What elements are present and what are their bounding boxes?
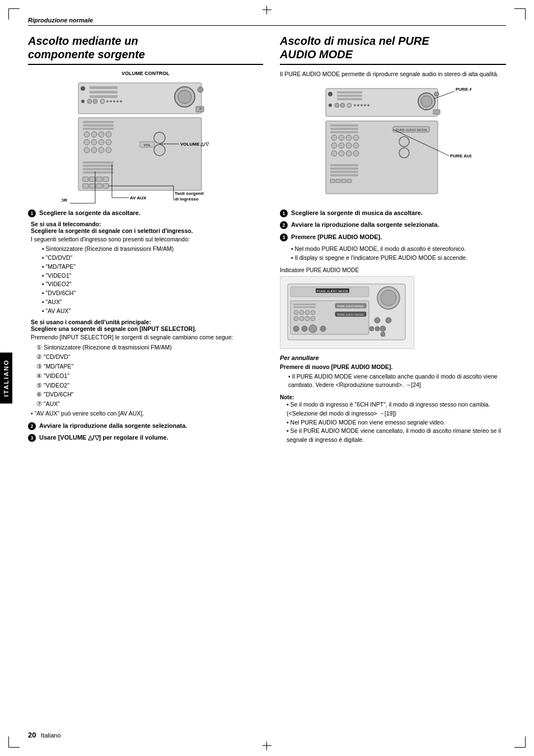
svg-point-128 [305, 316, 310, 321]
numbered-list: ① Sintonizzatore (Ricezione di trasmissi… [36, 343, 263, 418]
svg-point-123 [299, 310, 304, 315]
unita-desc: Premendo [INPUT SELECTOR] le sorgenti di… [31, 334, 263, 340]
telecomando-section: Se si usa il telecomando: Scegliere la s… [31, 221, 263, 315]
step3-bullets: Nel modo PURE AUDIO MODE, il modo di asc… [291, 245, 506, 263]
svg-text:PURE AUDIO MODE: PURE AUDIO MODE [337, 305, 364, 308]
corner-mark-tr [514, 8, 526, 20]
svg-text:PURE AUDIO MODE: PURE AUDIO MODE [450, 153, 471, 158]
bullet-item-7: "AUX" [42, 298, 263, 307]
svg-point-9 [106, 100, 109, 102]
svg-point-94 [353, 143, 359, 148]
svg-rect-105 [330, 171, 358, 173]
note-bullet-1: Se il modo di ingresso è "6CH INPT", il … [287, 400, 506, 418]
svg-rect-109 [341, 179, 346, 183]
svg-rect-45 [96, 177, 102, 181]
svg-rect-44 [90, 177, 95, 181]
svg-point-124 [305, 310, 310, 315]
unita-section: Se si usano i comandi dell'unità princip… [31, 319, 263, 418]
svg-rect-4 [90, 95, 118, 98]
svg-point-127 [299, 316, 304, 321]
right-title: Ascolto di musica nel PURE AUDIO MODE [280, 34, 506, 65]
svg-rect-107 [330, 179, 335, 183]
svg-point-98 [353, 151, 359, 156]
right-column: Ascolto di musica nel PURE AUDIO MODE Il… [280, 34, 506, 446]
step-1-left: 1 Scegliere la sorgente da ascoltare. [28, 209, 263, 217]
telecomando-desc: I seguenti selettori d'ingresso sono pre… [31, 236, 263, 242]
svg-point-26 [106, 132, 111, 137]
page: ITALIANO Riproduzione normale Ascolto me… [0, 0, 534, 756]
svg-text:PURE AUDIO MODE: PURE AUDIO MODE [337, 313, 364, 316]
svg-rect-110 [347, 179, 352, 183]
svg-point-90 [353, 135, 359, 141]
device-svg-left: VOL [62, 77, 229, 206]
svg-rect-46 [103, 177, 109, 181]
right-device-diagram: PURE AUDIO MODE [280, 83, 506, 206]
two-column-layout: Ascolto mediante un componente sorgente … [28, 34, 506, 446]
svg-point-97 [346, 151, 352, 156]
svg-rect-49 [96, 184, 102, 188]
svg-text:AV AUX: AV AUX [130, 195, 147, 200]
svg-rect-103 [330, 164, 358, 166]
svg-point-68 [329, 104, 332, 107]
step-num-1: 1 [28, 209, 36, 217]
indicator-svg: PURE AUDIO MODE [285, 281, 408, 343]
svg-point-122 [294, 310, 298, 315]
annullare-subtitle: Premere di nuovo [PURE AUDIO MODE]. [280, 363, 506, 370]
svg-rect-21 [83, 124, 114, 127]
annullare-bullet-1: Il PURE AUDIO MODE viene cancellato anch… [288, 372, 506, 390]
language-tab: ITALIANO [0, 352, 12, 403]
num-item-3: ③ "MD/TAPE" [36, 362, 263, 371]
num-item-6: ⑥ "DVD/6CH" [36, 390, 263, 399]
svg-point-70 [340, 103, 345, 108]
svg-point-33 [99, 147, 104, 153]
svg-point-75 [364, 104, 366, 106]
svg-rect-120 [293, 304, 316, 305]
section-header: Riproduzione normale [28, 17, 506, 26]
svg-point-34 [106, 147, 111, 153]
svg-text:di ingresso: di ingresso [175, 197, 199, 202]
svg-point-76 [367, 104, 369, 106]
svg-point-35 [154, 132, 165, 143]
svg-point-5 [81, 100, 85, 103]
svg-rect-41 [83, 168, 114, 170]
svg-rect-22 [83, 128, 114, 130]
bullet-item-3: "MD/TAPE" [42, 263, 263, 272]
svg-point-27 [84, 139, 90, 145]
svg-point-18 [199, 108, 202, 110]
svg-rect-3 [90, 91, 118, 94]
svg-point-1 [81, 86, 85, 91]
svg-point-101 [399, 137, 409, 147]
svg-point-72 [354, 104, 356, 106]
bullet-item-6: "DVD/6CH" [42, 289, 263, 298]
step-num-2-left: 2 [28, 422, 36, 430]
svg-rect-2 [90, 86, 118, 89]
svg-text:VOLUME △/▽: VOLUME △/▽ [180, 142, 209, 147]
svg-point-8 [100, 99, 105, 104]
svg-rect-104 [330, 167, 358, 170]
svg-point-118 [381, 290, 396, 306]
svg-point-36 [154, 144, 165, 156]
step-3-left: 3 Usare [VOLUME △/▽] per regolare il vol… [28, 433, 263, 442]
corner-mark-bl [8, 736, 20, 748]
svg-point-29 [99, 139, 104, 145]
right-intro: Il PURE AUDIO MODE permette di riprodurr… [280, 71, 506, 77]
step-2-left: 2 Avviare la riproduzione dalla sorgente… [28, 422, 263, 430]
svg-point-13 [120, 100, 122, 102]
svg-rect-50 [103, 184, 109, 188]
svg-point-71 [347, 103, 352, 108]
svg-rect-121 [293, 306, 316, 308]
svg-point-32 [91, 147, 97, 153]
svg-point-15 [178, 90, 191, 104]
svg-rect-66 [337, 95, 362, 97]
svg-point-30 [106, 139, 111, 145]
num-item-4: ④ "VIDEO1" [36, 371, 263, 381]
svg-point-102 [399, 148, 409, 158]
corner-mark-tl [8, 8, 20, 20]
svg-point-16 [198, 87, 203, 92]
svg-rect-39 [83, 161, 114, 164]
svg-point-73 [357, 104, 359, 106]
svg-point-12 [116, 100, 119, 102]
svg-rect-106 [330, 174, 358, 176]
svg-point-74 [360, 104, 363, 106]
num-item-1: ① Sintonizzatore (Ricezione di trasmissi… [36, 343, 263, 352]
